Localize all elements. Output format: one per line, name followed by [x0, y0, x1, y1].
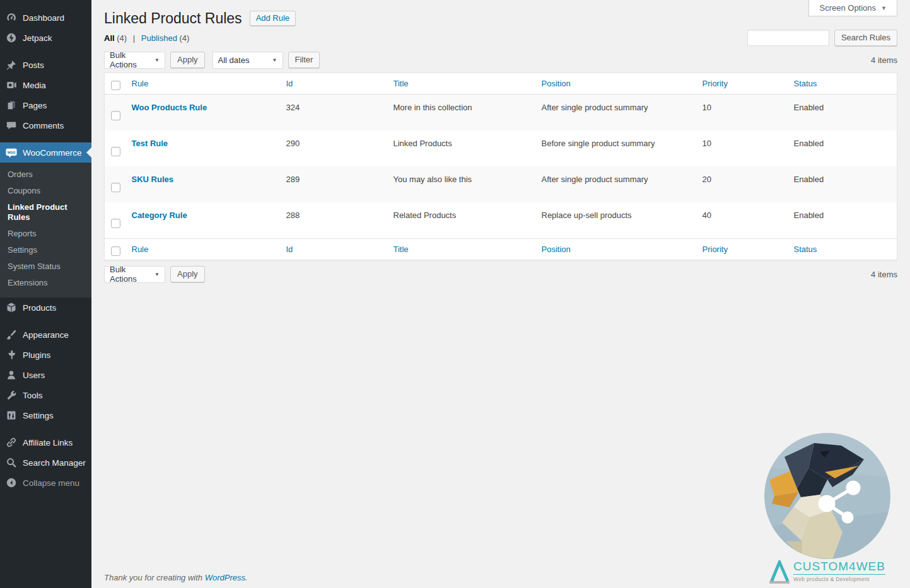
plugins-icon [6, 349, 17, 360]
column-header-status[interactable]: Status [794, 245, 817, 254]
bulk-actions-select-bottom[interactable]: Bulk Actions ▼ [104, 266, 165, 283]
submenu-item-system-status[interactable]: System Status [0, 258, 91, 275]
sidebar-item-jetpack[interactable]: Jetpack [0, 28, 91, 48]
items-count: 4 items [871, 270, 897, 279]
sidebar-item-collapse-menu[interactable]: Collapse menu [0, 473, 91, 493]
column-header-position[interactable]: Position [542, 79, 571, 88]
row-checkbox[interactable] [111, 183, 120, 192]
table-row: Test Rule 290 Linked Products Before sin… [105, 130, 897, 166]
media-icon [6, 79, 17, 91]
collapse-icon [6, 477, 17, 488]
products-icon [6, 302, 17, 313]
pages-icon [6, 100, 17, 111]
submenu-item-orders[interactable]: Orders [0, 166, 91, 183]
table-header-row: Rule Id Title Position Priority Status [105, 73, 897, 95]
column-header-priority[interactable]: Priority [703, 79, 728, 88]
select-all-checkbox[interactable] [111, 246, 120, 256]
rule-name-link[interactable]: Woo Products Rule [132, 103, 207, 112]
rule-status: Enabled [788, 130, 897, 166]
sidebar-item-media[interactable]: Media [0, 75, 91, 95]
rule-priority: 10 [696, 130, 788, 166]
filter-button[interactable]: Filter [288, 52, 320, 68]
sidebar-item-woocommerce[interactable]: woo WooCommerce [0, 142, 91, 163]
menu-separator [0, 48, 91, 55]
apply-button[interactable]: Apply [170, 52, 205, 68]
rule-name-link[interactable]: Category Rule [132, 210, 187, 220]
woocommerce-icon: woo [6, 147, 17, 158]
svg-text:woo: woo [7, 150, 16, 154]
rule-priority: 10 [696, 95, 788, 131]
tablenav-top: Bulk Actions ▼ Apply All dates ▼ Filter … [104, 51, 897, 69]
search-icon [6, 457, 17, 468]
bulk-actions-select[interactable]: Bulk Actions ▼ [104, 52, 165, 69]
screen-options-label: Screen Options [819, 3, 876, 13]
sidebar-item-dashboard[interactable]: Dashboard [0, 8, 91, 28]
dates-filter-value: All dates [218, 55, 250, 65]
column-header-id[interactable]: Id [286, 245, 293, 254]
row-checkbox[interactable] [111, 147, 120, 156]
sidebar-item-appearance[interactable]: Appearance [0, 325, 91, 345]
column-header-status[interactable]: Status [794, 79, 817, 88]
search-input[interactable] [747, 30, 829, 46]
sidebar-item-affiliate-links[interactable]: Affiliate Links [0, 432, 91, 453]
sidebar-item-settings[interactable]: Settings [0, 405, 91, 425]
wordpress-link[interactable]: WordPress [205, 573, 245, 582]
submenu-item-reports[interactable]: Reports [0, 226, 91, 242]
rule-position: After single product summary [535, 166, 696, 202]
settings-icon [6, 410, 17, 421]
submenu-item-coupons[interactable]: Coupons [0, 183, 91, 199]
rule-name-link[interactable]: Test Rule [132, 139, 168, 148]
column-header-rule[interactable]: Rule [132, 79, 149, 88]
rules-table: Rule Id Title Position Priority Status W… [104, 72, 897, 260]
main-content: Screen Options ▼ Linked Product Rules Ad… [91, 0, 910, 588]
column-header-id[interactable]: Id [286, 79, 293, 88]
table-row: SKU Rules 289 You may also like this Aft… [105, 166, 897, 202]
sidebar-item-comments[interactable]: Comments [0, 115, 91, 135]
rule-priority: 40 [696, 202, 788, 239]
submenu-item-settings[interactable]: Settings [0, 242, 91, 258]
column-header-position[interactable]: Position [542, 245, 571, 254]
apply-button-bottom[interactable]: Apply [170, 266, 205, 282]
filter-all-count: (4) [117, 33, 127, 43]
submenu-item-extensions[interactable]: Extensions [0, 275, 91, 291]
footer-text: Thank you for creating with [104, 573, 202, 582]
rule-name-link[interactable]: SKU Rules [132, 175, 173, 184]
sidebar-item-plugins[interactable]: Plugins [0, 345, 91, 365]
table-row: Category Rule 288 Related Products Repla… [105, 202, 897, 239]
submenu-item-linked-product-rules[interactable]: Linked Product Rules [0, 199, 91, 226]
select-all-checkbox[interactable] [111, 81, 120, 90]
rule-title: Related Products [387, 202, 535, 239]
table-footer-row: Rule Id Title Position Priority Status [105, 239, 897, 260]
select-arrow-icon: ▼ [155, 57, 160, 63]
filter-separator: | [133, 33, 135, 43]
rule-status: Enabled [788, 95, 897, 131]
filter-published-link[interactable]: Published [141, 33, 177, 43]
add-rule-button[interactable]: Add Rule [250, 11, 296, 26]
row-checkbox[interactable] [111, 219, 120, 228]
sidebar-item-tools[interactable]: Tools [0, 385, 91, 405]
table-row: Woo Products Rule 324 More in this colle… [105, 95, 897, 131]
pushpin-icon [6, 59, 17, 71]
filter-all-link[interactable]: All [104, 33, 115, 43]
dates-filter-select[interactable]: All dates ▼ [213, 52, 283, 69]
column-header-title[interactable]: Title [394, 79, 409, 88]
sidebar-item-posts[interactable]: Posts [0, 55, 91, 75]
sidebar-item-products[interactable]: Products [0, 297, 91, 318]
rule-priority: 20 [696, 166, 788, 202]
sidebar-item-users[interactable]: Users [0, 365, 91, 385]
page-title: Linked Product Rules [104, 9, 242, 27]
menu-separator [0, 318, 91, 325]
tools-icon [6, 389, 17, 401]
filter-published-count: (4) [180, 33, 190, 43]
sidebar-item-pages[interactable]: Pages [0, 95, 91, 115]
column-header-rule[interactable]: Rule [132, 245, 149, 254]
search-rules-button[interactable]: Search Rules [834, 30, 897, 46]
sidebar-item-search-manager[interactable]: Search Manager [0, 453, 91, 473]
screen-options-button[interactable]: Screen Options ▼ [808, 0, 897, 16]
column-header-priority[interactable]: Priority [703, 245, 728, 254]
jetpack-icon [6, 32, 17, 43]
rule-id: 290 [280, 130, 387, 166]
comments-icon [6, 120, 17, 131]
column-header-title[interactable]: Title [394, 245, 409, 254]
row-checkbox[interactable] [111, 111, 120, 120]
